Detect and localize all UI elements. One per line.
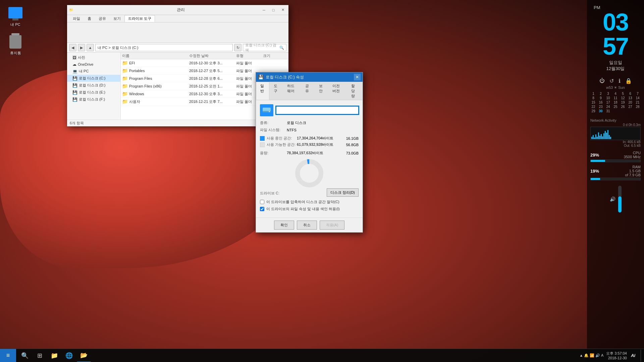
cancel-button[interactable]: 취소	[297, 221, 317, 230]
clock-hour: 03	[603, 9, 628, 36]
taskbar-folder-button[interactable]: 📁	[48, 349, 61, 362]
folder-icon: 📁	[122, 91, 128, 97]
cal-25: 25	[612, 105, 619, 109]
apply-button[interactable]: 적용(A)	[320, 221, 345, 230]
taskbar-taskview-button[interactable]: ⊞	[33, 349, 46, 362]
folder-icon: 📁	[122, 68, 128, 73]
taskbar-right: ▲ 🔔 📶 🔊 A 오후 3:57:04 2018-12-30 Ai	[579, 350, 644, 362]
dialog-tab-tools[interactable]: 도구	[269, 82, 283, 100]
mypc-sidebar-label: 내 PC	[79, 69, 89, 74]
disk-cleanup-button[interactable]: 디스크 정리(D)	[327, 188, 359, 197]
close-button[interactable]: ✕	[278, 6, 287, 14]
network-in: In: 466.6 kB	[590, 140, 641, 144]
address-text: 내 PC > 로컬 디스크 (C:)	[98, 45, 138, 50]
cal-10: 10	[605, 96, 611, 100]
volume-section: 🔊	[610, 184, 622, 214]
refresh-icon[interactable]: ↺	[609, 78, 614, 84]
donut-chart	[294, 158, 324, 188]
ribbon-tab-drive-tools[interactable]: 드라이브 도구	[124, 15, 155, 22]
info-fs-row: 파일 시스템: NTFS	[260, 127, 359, 132]
dialog-tab-hardware[interactable]: 하드웨어	[283, 82, 301, 100]
forward-button[interactable]: ▶	[78, 44, 85, 51]
file-name-windows: Windows	[129, 92, 144, 96]
taskbar-browser-button[interactable]: 🌐	[62, 349, 76, 362]
dialog-tab-share[interactable]: 공유	[301, 82, 314, 100]
cal-18: 18	[612, 101, 619, 104]
dialog-tab-quota[interactable]: 할당량	[347, 82, 363, 100]
free-space-row: 사용 가능한 공간: 61,079,932,928바이트 56.8GB	[260, 142, 359, 147]
power-icon[interactable]: ⏻	[599, 78, 605, 84]
drive-name-input[interactable]	[276, 106, 359, 114]
ram-detail2: of 7.9 GB	[625, 173, 641, 177]
ribbon-tab-home[interactable]: 홈	[84, 15, 95, 22]
window-controls: ─ □ ✕	[260, 6, 287, 14]
desktop-icon-mypc[interactable]: 내 PC	[3, 3, 28, 28]
volume-slider[interactable]	[618, 186, 622, 213]
file-name-users: 사용자	[129, 99, 140, 104]
dialog-close-button[interactable]: ✕	[354, 74, 361, 80]
explorer-titlebar: 📁 관리 ─ □ ✕	[67, 5, 288, 15]
taskbar-show-desktop-button[interactable]	[641, 350, 643, 362]
sidebar-item-localc[interactable]: 💾 로컬 디스크 (C:)	[67, 75, 120, 82]
cal-17: 17	[605, 101, 611, 104]
ribbon-tab-file[interactable]: 파일	[69, 15, 84, 22]
sidebar-item-locale[interactable]: 💾 로컬 디스크 (E:)	[67, 89, 120, 96]
dialog-tab-security[interactable]: 보안	[315, 82, 328, 100]
desktop-icon-trash[interactable]: 휴지통	[3, 32, 28, 57]
ram-bar-container	[590, 178, 641, 180]
lock-icon[interactable]: 🔒	[625, 78, 632, 84]
cal-20: 20	[627, 101, 634, 104]
search-box[interactable]: 로컬 디스크 (C:) 검색 🔍	[243, 44, 286, 51]
ok-button[interactable]: 확인	[274, 221, 294, 230]
dialog-tab-general[interactable]: 일반	[256, 82, 269, 100]
net-bar	[606, 133, 607, 139]
refresh-address-button[interactable]: ↻	[234, 44, 241, 51]
checkbox1[interactable]	[260, 200, 264, 204]
folder-icon: 📁	[122, 76, 128, 81]
back-button[interactable]: ◀	[69, 44, 76, 51]
minimize-button[interactable]: ─	[260, 6, 268, 14]
start-button[interactable]: ≡	[0, 349, 16, 362]
ribbon-tab-share[interactable]: 공유	[95, 15, 110, 22]
taskbar-search-icon: 🔍	[21, 352, 29, 359]
week-label: w53 ☀ Sun	[606, 85, 625, 90]
sidebar-item-localf[interactable]: 💾 로컬 디스크 (F:)	[67, 96, 120, 103]
photos-label: 사진	[78, 55, 85, 60]
address-path[interactable]: 내 PC > 로컬 디스크 (C:)	[95, 44, 233, 51]
taskbar-explorer-button[interactable]: 📂	[77, 349, 91, 362]
free-space-gb: 56.8GB	[346, 143, 359, 147]
file-row-efi[interactable]: 📁EFI 2018-12-30 오후 3... 파일 폴더	[121, 59, 288, 67]
file-name-programfiles: Program Files	[129, 76, 152, 80]
net-bar	[599, 136, 600, 139]
file-date-pfx86: 2018-12-25 오전 1...	[189, 84, 236, 89]
taskbar-time[interactable]: 오후 3:57:04 2018-12-30	[606, 351, 627, 360]
dialog-icon-row	[260, 104, 359, 116]
cal-15: 15	[590, 101, 597, 104]
checkbox2[interactable]	[260, 207, 264, 211]
sidebar-item-photos[interactable]: 🖼 사진	[67, 54, 120, 61]
cpu-bar-fill	[591, 160, 605, 162]
info-icon[interactable]: ℹ	[619, 78, 621, 84]
sidebar-item-locald[interactable]: 💾 로컬 디스크 (D:)	[67, 82, 120, 89]
sidebar-item-mypc[interactable]: 💻 내 PC	[67, 68, 120, 75]
cal-24: 24	[605, 105, 611, 109]
cal-8: 8	[590, 96, 597, 100]
taskbar-ai-badge: Ai	[630, 353, 637, 358]
network-section: Network Activity 0 d 0h 0.3m In:	[590, 118, 641, 147]
ribbon-tab-view[interactable]: 보기	[110, 15, 124, 22]
up-button[interactable]: ▲	[87, 44, 94, 51]
taskbar-search-button[interactable]: 🔍	[18, 349, 32, 362]
clock-date: 12월30일	[606, 66, 625, 72]
cal-9: 9	[597, 96, 604, 100]
net-bar	[593, 135, 594, 139]
cal-28: 28	[634, 105, 641, 109]
locale-icon: 💾	[72, 90, 77, 95]
maximize-button[interactable]: □	[269, 6, 278, 14]
dialog-tab-prev[interactable]: 이전 버전	[328, 82, 347, 100]
clock-day: 일요일	[609, 60, 622, 66]
network-label: Network Activity	[590, 118, 641, 122]
free-space-bytes: 61,079,932,928바이트	[297, 142, 346, 147]
locald-label: 로컬 디스크 (D:)	[79, 83, 105, 88]
sidebar-item-onedrive[interactable]: ☁ OneDrive	[67, 61, 120, 68]
checkbox1-row: 이 드라이브를 압축하여 디스크 공간 절약(C)	[260, 199, 359, 204]
